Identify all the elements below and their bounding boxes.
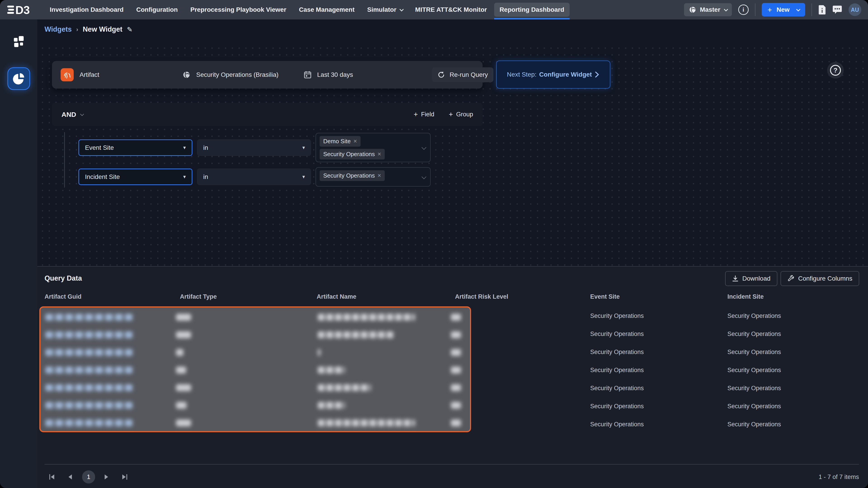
sidebar-item-widgets[interactable] bbox=[7, 67, 30, 90]
query-summary-bar: Artifact Security Operations (Brasilia) bbox=[52, 61, 483, 89]
caret-down-icon: ▾ bbox=[302, 144, 305, 151]
event-site-cell: Security Operations bbox=[590, 415, 644, 433]
incident-site-cell: Security Operations bbox=[727, 343, 781, 361]
incident-site-cell: Security Operations bbox=[727, 415, 781, 433]
query-site-section[interactable]: Security Operations (Brasilia) bbox=[174, 61, 296, 89]
top-navigation-bar: D3 Investigation Dashboard Configuration… bbox=[0, 0, 868, 20]
table-row[interactable]: Security OperationsSecurity Operations bbox=[37, 379, 868, 397]
table-row[interactable]: Security OperationsSecurity Operations bbox=[37, 415, 868, 433]
release-notes-icon[interactable] bbox=[818, 5, 826, 15]
chat-icon[interactable] bbox=[832, 5, 842, 14]
filter-row1-field-select[interactable]: Event Site ▾ bbox=[79, 139, 192, 156]
next-page-button[interactable] bbox=[103, 474, 110, 480]
chevron-down-icon bbox=[80, 112, 84, 116]
column-header-artifact-guid[interactable]: Artifact Guid bbox=[44, 293, 82, 300]
previous-page-button[interactable] bbox=[67, 474, 74, 480]
download-button[interactable]: Download bbox=[725, 271, 777, 286]
filter-row2-values-multiselect[interactable]: Security Operations × bbox=[315, 167, 431, 187]
new-button-label: New bbox=[776, 6, 789, 13]
chevron-down-icon bbox=[422, 174, 426, 179]
event-site-cell: Security Operations bbox=[590, 397, 644, 415]
nav-item-configuration[interactable]: Configuration bbox=[131, 3, 183, 17]
user-avatar[interactable]: AU bbox=[848, 3, 861, 16]
event-site-cell: Security Operations bbox=[590, 379, 644, 397]
calendar-icon bbox=[304, 71, 311, 78]
nav-item-case-management[interactable]: Case Management bbox=[293, 3, 360, 17]
event-site-cell: Security Operations bbox=[590, 307, 644, 325]
value-chip[interactable]: Demo Site × bbox=[320, 136, 361, 147]
remove-chip-icon[interactable]: × bbox=[377, 173, 381, 179]
page-number: 1 bbox=[87, 473, 90, 481]
table-row[interactable]: Security OperationsSecurity Operations bbox=[37, 361, 868, 379]
event-site-cell: Security Operations bbox=[590, 361, 644, 379]
column-header-artifact-risk-level[interactable]: Artifact Risk Level bbox=[455, 293, 508, 300]
fingerprint-icon bbox=[63, 71, 71, 79]
remove-chip-icon[interactable]: × bbox=[377, 151, 381, 157]
master-site-selector[interactable]: Master bbox=[684, 3, 732, 16]
nav-item-simulator[interactable]: Simulator bbox=[362, 3, 408, 17]
add-group-button[interactable]: + Group bbox=[449, 110, 473, 119]
info-icon[interactable]: i bbox=[738, 4, 749, 15]
query-source-section[interactable]: Artifact bbox=[52, 61, 174, 89]
event-site-cell: Security Operations bbox=[590, 325, 644, 343]
value-chip[interactable]: Security Operations × bbox=[320, 170, 385, 181]
caret-down-icon: ▾ bbox=[183, 144, 186, 151]
globe-icon bbox=[689, 6, 696, 13]
filter-field-value: Incident Site bbox=[85, 173, 120, 181]
rerun-query-button[interactable]: Re-run Query bbox=[432, 67, 493, 82]
query-source-label: Artifact bbox=[80, 71, 99, 78]
filter-operator-dropdown[interactable]: AND bbox=[61, 111, 83, 119]
configure-columns-label: Configure Columns bbox=[798, 275, 852, 282]
filter-row1-operator-select[interactable]: in ▾ bbox=[197, 139, 311, 156]
filter-row2-field-select[interactable]: Incident Site ▾ bbox=[79, 168, 192, 185]
column-header-artifact-type[interactable]: Artifact Type bbox=[180, 293, 217, 300]
first-page-button[interactable] bbox=[49, 474, 55, 480]
chip-label: Security Operations bbox=[323, 151, 375, 158]
value-chip[interactable]: Security Operations × bbox=[320, 149, 385, 160]
event-site-cell: Security Operations bbox=[590, 343, 644, 361]
sidebar-item-dashboards[interactable] bbox=[7, 30, 30, 53]
filter-row2-operator-select[interactable]: in ▾ bbox=[197, 168, 311, 185]
next-step-configure-widget-button[interactable]: Next Step: Configure Widget bbox=[496, 61, 610, 89]
table-row[interactable]: Security OperationsSecurity Operations bbox=[37, 343, 868, 361]
breadcrumb-widgets-link[interactable]: Widgets bbox=[44, 25, 72, 33]
help-button[interactable]: ? bbox=[827, 62, 844, 78]
page-number-button[interactable]: 1 bbox=[82, 470, 95, 484]
caret-down-icon: ▾ bbox=[183, 174, 186, 180]
nav-item-label: Case Management bbox=[299, 6, 355, 13]
incident-site-cell: Security Operations bbox=[727, 379, 781, 397]
breadcrumb-separator: › bbox=[76, 26, 78, 33]
nav-item-preprocessing-playbook-viewer[interactable]: Preprocessing Playbook Viewer bbox=[185, 3, 291, 17]
configure-columns-button[interactable]: Configure Columns bbox=[780, 271, 859, 286]
table-row[interactable]: Security OperationsSecurity Operations bbox=[37, 397, 868, 415]
next-step-action: Configure Widget bbox=[539, 71, 592, 78]
table-row[interactable]: Security OperationsSecurity Operations bbox=[37, 307, 868, 325]
edit-title-icon[interactable]: ✎ bbox=[127, 26, 132, 33]
download-icon bbox=[732, 275, 739, 282]
nav-item-investigation-dashboard[interactable]: Investigation Dashboard bbox=[44, 3, 129, 17]
incident-site-cell: Security Operations bbox=[727, 361, 781, 379]
d3-logo[interactable]: D3 bbox=[7, 3, 33, 16]
nav-item-label: Investigation Dashboard bbox=[50, 6, 124, 13]
add-field-label: Field bbox=[421, 111, 434, 118]
nav-item-label: Reporting Dashboard bbox=[500, 6, 564, 13]
remove-chip-icon[interactable]: × bbox=[353, 138, 357, 144]
query-date-range-section[interactable]: Last 30 days bbox=[296, 61, 423, 89]
column-header-incident-site[interactable]: Incident Site bbox=[727, 293, 764, 300]
page-title: New Widget bbox=[83, 25, 122, 33]
filter-row1-values-multiselect[interactable]: Demo Site × Security Operations × bbox=[315, 133, 431, 162]
add-field-button[interactable]: + Field bbox=[414, 110, 434, 119]
pie-chart-icon bbox=[12, 72, 25, 85]
column-header-artifact-name[interactable]: Artifact Name bbox=[317, 293, 356, 300]
plus-icon: + bbox=[768, 6, 772, 13]
nav-item-mitre-attack-monitor[interactable]: MITRE ATT&CK Monitor bbox=[410, 3, 492, 17]
nav-item-reporting-dashboard[interactable]: Reporting Dashboard bbox=[494, 3, 569, 17]
table-row[interactable]: Security OperationsSecurity Operations bbox=[37, 325, 868, 343]
last-page-button[interactable] bbox=[121, 474, 128, 480]
query-site-label: Security Operations (Brasilia) bbox=[196, 71, 278, 78]
column-header-event-site[interactable]: Event Site bbox=[590, 293, 620, 300]
new-button[interactable]: + New bbox=[762, 3, 805, 17]
artifact-icon-tile bbox=[61, 68, 74, 81]
grid-icon bbox=[13, 35, 25, 48]
question-mark-icon: ? bbox=[830, 65, 841, 76]
